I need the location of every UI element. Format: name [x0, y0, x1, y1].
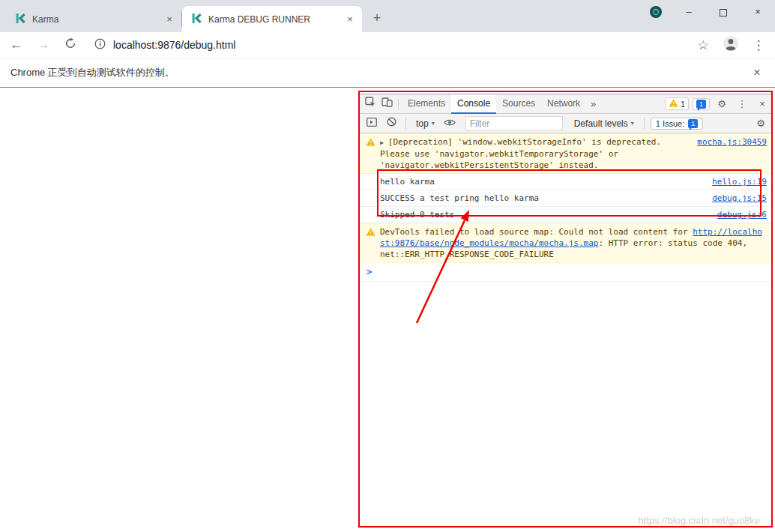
console-message-text: DevTools failed to load source map: Coul… [380, 226, 767, 260]
tab-close-icon[interactable]: × [344, 13, 356, 25]
clear-console-icon[interactable] [383, 115, 399, 133]
console-message-text: Skipped 0 tests [380, 209, 707, 220]
more-tabs-icon[interactable]: » [586, 98, 600, 109]
console-message: Skipped 0 testsdebug.js:6 [360, 207, 773, 223]
console-message: hello karmahello.js:19 [360, 174, 773, 190]
source-location-link[interactable]: debug.js:6 [717, 209, 767, 220]
warnings-badge[interactable]: 1 [665, 97, 689, 110]
message-text: hello karma [380, 177, 435, 187]
expand-arrow-icon[interactable]: ▶ [380, 139, 384, 146]
infobar-close-icon[interactable]: × [750, 66, 765, 79]
new-tab-button[interactable]: + [367, 8, 388, 29]
reload-button[interactable] [63, 37, 78, 53]
minimize-button[interactable]: – [672, 0, 706, 24]
navbar-right-icons: ☆ ⋮ [696, 35, 766, 55]
watermark: https://blog.csdn.net/guo8ke [638, 515, 760, 526]
warning-triangle-icon [669, 99, 678, 109]
close-icon: × [755, 6, 761, 17]
issues-badge[interactable]: 1 [693, 98, 710, 110]
context-selector[interactable]: top ▾ [412, 118, 438, 129]
issues-counter[interactable]: 1 Issue: 1 [651, 118, 704, 130]
window-controls: – × [672, 0, 775, 24]
console-settings-gear-icon[interactable]: ⚙ [753, 115, 769, 133]
message-text: Skipped 0 tests [380, 210, 454, 220]
filter-input[interactable] [465, 116, 563, 130]
console-message-text: hello karma [380, 176, 702, 187]
tab-sources[interactable]: Sources [496, 94, 541, 114]
warning-icon [366, 228, 376, 236]
source-location-link[interactable]: hello.js:19 [712, 176, 767, 187]
chevron-down-icon: ▾ [631, 120, 634, 127]
devtools-settings-gear-icon[interactable]: ⚙ [714, 95, 730, 113]
maximize-button[interactable] [706, 0, 741, 24]
console-messages: ▶[Deprecation] 'window.webkitStorageInfo… [360, 133, 773, 263]
console-message: SUCCESS a test pring hello karmadebug.js… [360, 190, 773, 207]
console-prompt-chevron-icon: > [367, 267, 372, 277]
console-message: DevTools failed to load source map: Coul… [360, 223, 773, 263]
tab-karma-debug-runner[interactable]: Karma DEBUG RUNNER × [182, 6, 362, 32]
warning-icon [366, 138, 376, 146]
forward-button[interactable]: → [36, 37, 51, 52]
issues-bubble-icon: 1 [688, 119, 698, 128]
message-text: DevTools failed to load source map: Coul… [380, 227, 693, 237]
devtools-close-icon[interactable]: × [754, 95, 771, 113]
infobar-text: Chrome 正受到自动测试软件的控制。 [10, 66, 175, 79]
devtools-menu-kebab-icon[interactable]: ⋮ [734, 95, 750, 113]
url-text[interactable]: localhost:9876/debug.html [113, 39, 235, 51]
chevron-down-icon: ▾ [432, 120, 435, 127]
separator [398, 98, 399, 110]
console-message-text: ▶[Deprecation] 'window.webkitStorageInfo… [380, 136, 687, 171]
issues-bubble-icon: 1 [696, 100, 706, 109]
tab-title: Karma DEBUG RUNNER [208, 14, 338, 25]
log-levels-selector[interactable]: Default levels ▾ [570, 118, 638, 129]
separator [644, 118, 645, 130]
console-toolbar: top ▾ Default levels ▾ 1 Issue: 1 ⚙ [360, 114, 773, 133]
device-toolbar-icon[interactable] [379, 95, 395, 113]
devtools-tab-bar: Elements Console Sources Network » 1 1 ⚙… [360, 94, 773, 114]
tab-console[interactable]: Console [451, 94, 496, 114]
console-message-text: SUCCESS a test pring hello karma [380, 193, 702, 204]
tab-strip: Karma × Karma DEBUG RUNNER × + – × [0, 0, 775, 32]
message-text: [Deprecation] 'window.webkitStorageInfo'… [380, 137, 666, 170]
automation-infobar: Chrome 正受到自动测试软件的控制。 × [0, 58, 775, 88]
bookmark-star-icon[interactable]: ☆ [696, 37, 711, 53]
devtools-panel: Elements Console Sources Network » 1 1 ⚙… [359, 94, 773, 527]
tab-close-icon[interactable]: × [163, 13, 175, 25]
message-text: SUCCESS a test pring hello karma [380, 193, 539, 203]
source-location-link[interactable]: debug.js:15 [712, 193, 767, 204]
karma-logo-icon [15, 13, 26, 26]
warnings-count: 1 [681, 100, 685, 109]
tab-elements[interactable]: Elements [402, 94, 451, 114]
minimize-icon: – [686, 6, 691, 17]
media-controls-icon[interactable] [649, 5, 663, 19]
address-bar[interactable]: localhost:9876/debug.html [90, 34, 684, 55]
maximize-icon [720, 9, 727, 16]
tab-title: Karma [32, 14, 157, 25]
devtools-badges: 1 1 ⚙ ⋮ × [665, 95, 771, 113]
live-expression-eye-icon[interactable] [441, 115, 458, 133]
separator [405, 118, 406, 130]
karma-logo-icon [191, 13, 202, 26]
console-prompt[interactable]: > [360, 263, 773, 282]
navigation-bar: ← → localhost:9876/debug.html ☆ ⋮ [0, 32, 775, 58]
source-location-link[interactable]: mocha.js:30459 [697, 136, 767, 148]
inspect-element-icon[interactable] [362, 95, 379, 113]
profile-avatar-icon[interactable] [723, 35, 739, 55]
console-message: ▶[Deprecation] 'window.webkitStorageInfo… [360, 133, 773, 174]
site-info-icon[interactable] [94, 38, 106, 52]
log-levels-label: Default levels [574, 118, 628, 129]
tab-network[interactable]: Network [541, 94, 586, 114]
tab-karma[interactable]: Karma × [6, 6, 181, 32]
close-window-button[interactable]: × [741, 0, 775, 24]
back-button[interactable]: ← [9, 37, 24, 52]
console-sidebar-icon[interactable] [364, 115, 380, 133]
issues-counter-label: 1 Issue: [656, 119, 685, 128]
browser-menu-icon[interactable]: ⋮ [751, 37, 766, 53]
context-label: top [416, 118, 429, 129]
